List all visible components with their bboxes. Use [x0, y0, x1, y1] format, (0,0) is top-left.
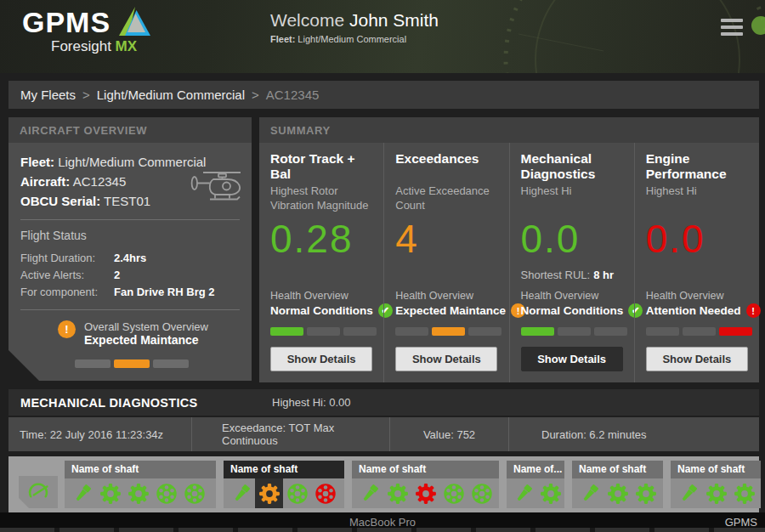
shaft-icon[interactable]	[510, 478, 537, 508]
gear-icon[interactable]	[604, 478, 632, 508]
bearing-icon[interactable]	[468, 478, 496, 508]
info-exceedance: Exceedance: TOT Max Continuous	[191, 417, 389, 451]
shaft-group: Name of shaft	[572, 461, 663, 508]
gear-icon[interactable]	[632, 478, 660, 508]
shaft-group-label[interactable]: Name of shaft	[572, 461, 663, 478]
divider	[20, 309, 240, 310]
gear-icon[interactable]	[702, 478, 730, 508]
col-subtitle: Active Exceedance Count	[395, 184, 502, 216]
bearing-icon[interactable]	[311, 478, 339, 508]
col-subtitle: Highest Hi	[521, 184, 627, 216]
shaft-icon[interactable]	[227, 478, 255, 508]
mech-title: MECHANICAL DIAGNOSTICS	[8, 396, 198, 410]
device-label: MacBook Pro	[349, 516, 416, 529]
overall-health-bar	[75, 359, 189, 368]
health-status: Normal Conditions	[270, 304, 373, 317]
gear-icon[interactable]	[537, 478, 564, 508]
health-block: Health Overview Normal Conditions Show D…	[521, 290, 627, 371]
overall-label: Overall System Overview	[84, 320, 208, 333]
health-bar	[646, 327, 752, 336]
breadcrumb-my-fleets[interactable]: My Fleets	[20, 88, 76, 102]
overall-system-overview: Overall System Overview Expected Maintan…	[58, 320, 240, 347]
shaft-group: Name of shaft	[65, 461, 216, 508]
gear-icon[interactable]	[730, 478, 758, 508]
foresight-mx-label: Foresight MX	[22, 38, 151, 55]
gear-icon[interactable]	[255, 478, 283, 508]
bearing-icon[interactable]	[180, 478, 208, 508]
gear-icon[interactable]	[124, 478, 152, 508]
shaft-group-label[interactable]: Name of...	[507, 461, 564, 478]
app-header: GPMS Foresight MX Welcome John Smith Fle…	[0, 0, 765, 73]
aircraft-overview-panel: AIRCRAFT OVERVIEW Fleet: Light/Medium Co…	[8, 117, 252, 381]
summary-col-mechanical-diagnostics: Mechanical Diagnostics Highest Hi 0.0 Sh…	[509, 143, 634, 382]
shaft-icon[interactable]	[68, 478, 96, 508]
col-subtitle: Highest Rotor Vibration Magnitude	[270, 184, 377, 216]
overall-status: Expected Maintance	[84, 333, 208, 347]
shaft-group: Name of shaft	[671, 461, 761, 508]
bearing-icon[interactable]	[439, 478, 468, 508]
active-alerts-row: Active Alerts: 2	[20, 267, 240, 284]
gear-icon[interactable]	[96, 478, 124, 508]
mech-highest-hi: Highest Hi: 0.00	[272, 396, 351, 409]
info-duration: Duration: 6.2 minutes	[508, 417, 647, 451]
divider	[20, 219, 240, 220]
summary-col-engine-performance: Engine Performance Highest Hi 0.0 Health…	[634, 143, 759, 382]
shaft-group: Name of shaft	[352, 461, 499, 508]
helicopter-icon	[189, 167, 245, 207]
bearing-icon[interactable]	[283, 478, 311, 508]
hamburger-menu-icon[interactable]	[721, 19, 743, 39]
health-block: Health Overview Normal Conditions Show D…	[270, 290, 377, 371]
bearing-icon[interactable]	[152, 478, 180, 508]
gear-icon[interactable]	[411, 478, 439, 508]
shaft-group-label[interactable]: Name of shaft	[224, 461, 344, 478]
gpms-logo-text: GPMS	[22, 7, 110, 37]
warning-icon	[58, 320, 76, 338]
exceedance-info-row: Time: 22 July 2016 11:23:34z Exceedance:…	[8, 417, 759, 451]
breadcrumb-separator: >	[82, 88, 90, 102]
welcome-block: Welcome John Smith Fleet:Light/Medium Co…	[270, 10, 439, 44]
health-bar	[395, 327, 502, 336]
component-icon-row: Name of shaftName of shaftName of shaftN…	[8, 456, 759, 512]
gpms-triangle-logo-icon	[119, 7, 151, 36]
health-block: Health Overview Expected Maintance Show …	[395, 290, 502, 371]
shaft-icon[interactable]	[355, 478, 383, 508]
health-bar	[270, 327, 377, 336]
shaft-group-label[interactable]: Name of shaft	[352, 461, 499, 478]
breadcrumb-aircraft: AC12345	[266, 88, 320, 102]
col-title: Mechanical Diagnostics	[521, 151, 627, 184]
show-details-button[interactable]: Show Details	[521, 347, 623, 371]
breadcrumb-separator: >	[252, 88, 259, 102]
metric-value: 0.0	[646, 216, 752, 262]
brand-label: GPMS	[725, 516, 757, 529]
shaft-group-label[interactable]: Name of shaft	[65, 461, 216, 478]
summary-col-exceedances: Exceedances Active Exceedance Count 4 He…	[383, 143, 508, 382]
header-fleet-line: Fleet:Light/Medium Commercial	[270, 34, 439, 44]
aircraft-overview-header: AIRCRAFT OVERVIEW	[8, 117, 252, 143]
show-details-button[interactable]: Show Details	[646, 347, 748, 371]
mx-accent: MX	[116, 38, 138, 54]
health-bar	[521, 327, 627, 336]
health-status: Expected Maintance	[395, 304, 506, 317]
col-title: Rotor Track + Bal	[270, 151, 377, 184]
metric-value: 0.0	[521, 216, 627, 262]
gear-icon[interactable]	[383, 478, 411, 508]
flight-duration-row: Flight Duration: 2.4hrs	[20, 250, 240, 267]
show-details-button[interactable]: Show Details	[270, 347, 372, 371]
user-name: John Smith	[349, 10, 439, 30]
summary-panel: SUMMARY Rotor Track + Bal Highest Rotor …	[259, 117, 759, 382]
warning-icon	[746, 303, 761, 318]
col-subtitle: Highest Hi	[646, 184, 752, 216]
welcome-text: Welcome	[270, 10, 344, 30]
shaft-icon[interactable]	[575, 478, 604, 508]
metric-value: 4	[395, 216, 502, 262]
shaft-group: Name of shaft	[224, 461, 344, 508]
shaft-icon[interactable]	[674, 478, 702, 508]
shaft-group-label[interactable]: Name of shaft	[671, 461, 761, 478]
breadcrumb-fleet[interactable]: Light/Medium Commercial	[97, 88, 245, 102]
show-details-button[interactable]: Show Details	[395, 347, 497, 371]
gauge-icon[interactable]	[19, 476, 58, 508]
mechanical-diagnostics-header: MECHANICAL DIAGNOSTICS Highest Hi: 0.00	[8, 389, 759, 416]
metric-value: 0.28	[270, 216, 377, 262]
flight-status-label: Flight Status	[20, 229, 240, 242]
breadcrumb: My Fleets > Light/Medium Commercial > AC…	[8, 81, 759, 109]
